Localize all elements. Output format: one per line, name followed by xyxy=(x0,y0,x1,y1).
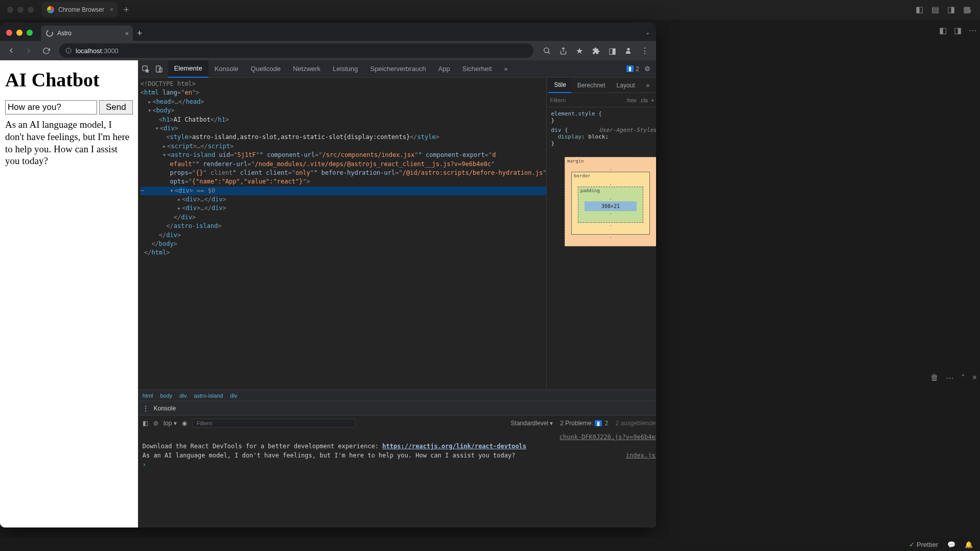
styles-tab-stile[interactable]: Stile xyxy=(549,78,571,93)
menu-icon[interactable]: ⋮ xyxy=(638,43,652,58)
cls-toggle[interactable]: .cls xyxy=(640,97,648,103)
box-model[interactable]: margin- border- padding- 308×21 - - - xyxy=(565,157,656,246)
tab-application[interactable]: App xyxy=(432,60,456,78)
zoom-icon[interactable] xyxy=(540,43,554,58)
tab-console[interactable]: Konsole xyxy=(208,60,245,78)
macos-traffic-lights xyxy=(7,7,34,13)
styles-tab-overflow[interactable]: » xyxy=(641,78,655,93)
new-rule-icon[interactable]: + xyxy=(651,97,654,103)
browser-tab-label: Astro xyxy=(57,30,72,37)
tabs-list-icon[interactable]: ⌄ xyxy=(645,29,650,36)
panel-left-icon[interactable]: ◧ xyxy=(916,5,923,14)
panel-close-icon[interactable]: × xyxy=(972,373,977,383)
console-filter-input[interactable] xyxy=(192,419,356,428)
rule-source: User-Agent-Stylesheet xyxy=(599,127,656,133)
svg-line-4 xyxy=(548,52,550,54)
feedback-icon[interactable]: 💬 xyxy=(947,541,955,548)
url-host: localhost xyxy=(76,47,102,55)
page-title: AI Chatbot xyxy=(5,68,133,91)
styles-pane: Stile Berechnet Layout » :hov .cls + 🖶 ▦ xyxy=(546,78,656,389)
inspect-icon[interactable] xyxy=(142,65,150,73)
sidebar-toggle-icon[interactable]: ◧ xyxy=(143,420,148,427)
info-icon xyxy=(65,48,72,54)
browser-window: Astro × + ⌄ localhost:3000 ★ xyxy=(0,22,656,527)
problems-count[interactable]: 2 Probleme: ▮ 2 xyxy=(560,420,608,427)
tab-elements[interactable]: Elemente xyxy=(168,60,208,78)
more-icon[interactable]: ⋮ xyxy=(656,65,656,73)
panel-bottom-icon[interactable]: ▤ xyxy=(931,5,939,14)
log-text: Download the React DevTools for a better… xyxy=(143,443,383,450)
chrome-icon xyxy=(47,6,54,13)
rule-selector[interactable]: div { xyxy=(551,127,568,133)
dom-tree[interactable]: <!DOCTYPE html> <html lang="en"> ▸<head>… xyxy=(138,78,547,389)
share-icon[interactable] xyxy=(556,43,570,58)
extensions-icon[interactable] xyxy=(589,43,603,58)
log-text: As an AI language model, I don't have fe… xyxy=(143,451,516,460)
styles-tab-computed[interactable]: Berechnet xyxy=(572,78,611,93)
hidden-count: 2 ausgeblendet xyxy=(615,420,656,427)
svg-point-6 xyxy=(627,48,629,51)
new-tab-button[interactable]: + xyxy=(133,28,147,39)
bookmark-star-icon[interactable]: ★ xyxy=(572,43,587,58)
reload-button[interactable] xyxy=(39,43,53,58)
log-source[interactable]: index.jsx:18 xyxy=(626,451,656,460)
hov-toggle[interactable]: :hov xyxy=(626,97,637,103)
console-drawer-title: Konsole xyxy=(154,405,176,412)
context-selector[interactable]: top ▾ xyxy=(164,420,177,427)
styles-tab-layout[interactable]: Layout xyxy=(612,78,640,93)
browser-tab-astro[interactable]: Astro × xyxy=(41,26,133,41)
console-prompt-icon[interactable]: › xyxy=(143,461,146,468)
rendered-page: AI Chatbot Send As an AI language model,… xyxy=(0,60,138,527)
panel-up-icon[interactable]: ˄ xyxy=(961,373,965,383)
more-icon[interactable]: ⋯ xyxy=(969,26,977,35)
issues-badge[interactable]: ▮2 xyxy=(626,65,639,73)
outer-tab-label: Chrome Browser xyxy=(58,6,104,13)
close-icon[interactable]: × xyxy=(110,6,113,13)
svg-point-3 xyxy=(544,48,549,53)
device-toggle-icon[interactable] xyxy=(155,65,163,73)
prettier-status[interactable]: Prettier xyxy=(909,541,938,548)
tab-memory[interactable]: Speicherverbrauch xyxy=(364,60,432,78)
devtools-panel: Elemente Konsole Quellcode Netzwerk Leis… xyxy=(138,60,656,527)
outer-tab-chrome[interactable]: Chrome Browser × xyxy=(42,2,118,17)
settings-icon[interactable]: ⚙ xyxy=(644,65,650,73)
outer-new-tab-button[interactable]: + xyxy=(121,5,132,15)
styles-filter-input[interactable] xyxy=(550,97,622,103)
back-button[interactable] xyxy=(4,43,18,58)
chat-input[interactable] xyxy=(5,100,97,114)
split-right-icon[interactable]: ◨ xyxy=(954,26,962,35)
svg-rect-8 xyxy=(156,66,160,72)
log-source[interactable]: chunk-DFK0J226.js?v=9e6b4e8c:8 xyxy=(559,432,656,442)
log-level-selector[interactable]: Standardlevel ▾ xyxy=(511,420,553,427)
profile-icon[interactable] xyxy=(621,43,636,58)
split-left-icon[interactable]: ◧ xyxy=(939,26,947,35)
tab-security[interactable]: Sicherheit xyxy=(456,60,498,78)
css-prop[interactable]: display xyxy=(558,133,581,140)
window-traffic-lights[interactable] xyxy=(6,30,33,36)
log-link[interactable]: https://reactjs.org/link/react-devtools xyxy=(382,443,526,450)
rule-element-style[interactable]: element.style { xyxy=(551,110,601,117)
tab-overflow[interactable]: » xyxy=(498,60,514,78)
panel-bin-icon[interactable]: 🗑 xyxy=(930,373,939,383)
close-icon[interactable]: × xyxy=(125,30,129,37)
sidepanel-icon[interactable]: ◨ xyxy=(605,43,619,58)
dom-breadcrumb[interactable]: html body div astro-island div xyxy=(138,389,656,401)
live-expr-icon[interactable]: ◉ xyxy=(182,420,187,427)
css-value[interactable]: block xyxy=(588,133,605,140)
chat-reply: As an AI language model, I don't have fe… xyxy=(5,119,133,167)
url-path: :3000 xyxy=(102,47,119,55)
address-bar[interactable]: localhost:3000 xyxy=(59,43,533,58)
bell-icon[interactable]: 🔔 xyxy=(965,541,973,548)
forward-button[interactable] xyxy=(21,43,36,58)
clear-console-icon[interactable]: ⊘ xyxy=(153,420,158,427)
console-menu-icon[interactable]: ⋮ xyxy=(143,405,149,412)
console-output[interactable]: chunk-DFK0J226.js?v=9e6b4e8c:8 Download … xyxy=(138,430,656,527)
panel-more-icon[interactable]: ⋯ xyxy=(946,373,954,383)
grid-icon[interactable]: ▦ xyxy=(963,5,971,14)
panel-right-icon[interactable]: ◨ xyxy=(947,5,955,14)
tab-performance[interactable]: Leistung xyxy=(326,60,364,78)
tab-network[interactable]: Netzwerk xyxy=(287,60,326,78)
status-bar: Prettier 💬 🔔 xyxy=(0,538,980,551)
tab-sources[interactable]: Quellcode xyxy=(245,60,287,78)
send-button[interactable]: Send xyxy=(99,100,133,114)
